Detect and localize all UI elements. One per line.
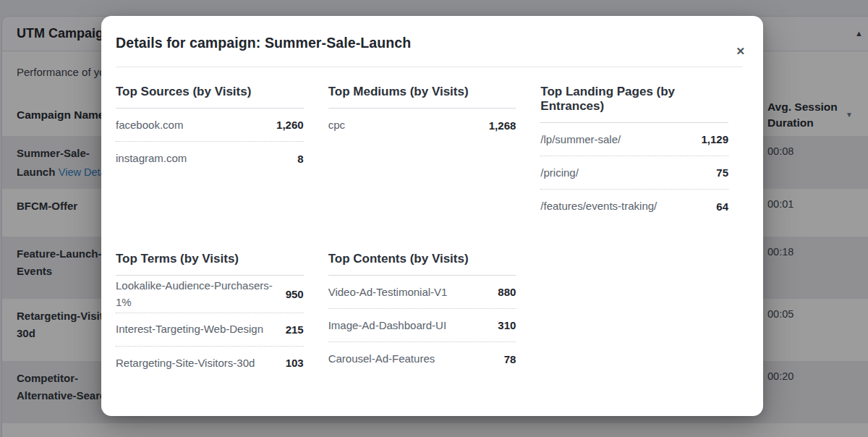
stat-value: 1,268 [489, 119, 516, 132]
stat-row: facebook.com 1,260 [116, 109, 304, 142]
section-title: Top Mediums (by Visits) [328, 77, 516, 109]
stat-row: cpc 1,268 [328, 109, 516, 142]
modal-title: Details for campaign: Summer-Sale-Launch [116, 35, 720, 51]
stat-value: 950 [286, 288, 304, 300]
stat-label: cpc [328, 116, 352, 133]
stat-row: Image-Ad-Dashboard-UI 310 [328, 309, 516, 342]
section-title: Top Landing Pages (by Entrances) [540, 77, 728, 123]
section-top-contents: Top Contents (by Visits) Video-Ad-Testim… [328, 245, 516, 380]
campaign-details-modal: Details for campaign: Summer-Sale-Launch… [101, 16, 763, 416]
stat-row: Carousel-Ad-Features 78 [328, 342, 516, 376]
section-top-sources: Top Sources (by Visits) facebook.com 1,2… [116, 77, 304, 223]
stat-value: 1,260 [276, 119, 304, 131]
stat-label: Retargeting-Site-Visitors-30d [116, 355, 262, 371]
stat-label: /pricing/ [540, 164, 586, 181]
stat-label: Image-Ad-Dashboard-UI [328, 317, 454, 334]
stat-label: Carousel-Ad-Features [328, 350, 443, 367]
section-top-mediums: Top Mediums (by Visits) cpc 1,268 [328, 77, 516, 223]
stat-label: /lp/summer-sale/ [540, 131, 628, 148]
stat-value: 215 [286, 323, 304, 336]
stat-label: Interest-Targeting-Web-Design [116, 321, 271, 337]
stat-row: Retargeting-Site-Visitors-30d 103 [116, 347, 304, 380]
stat-value: 64 [716, 200, 728, 213]
stat-value: 78 [504, 353, 516, 365]
stat-value: 75 [716, 166, 728, 179]
modal-body: Top Sources (by Visits) facebook.com 1,2… [101, 67, 763, 380]
stat-value: 310 [498, 319, 516, 331]
stat-row: instagram.com 8 [116, 142, 304, 175]
stat-row: /pricing/ 75 [540, 156, 728, 190]
section-top-landing-pages: Top Landing Pages (by Entrances) /lp/sum… [540, 77, 728, 223]
section-title: Top Terms (by Visits) [116, 245, 304, 276]
section-title: Top Contents (by Visits) [328, 245, 516, 276]
stat-row: /lp/summer-sale/ 1,129 [540, 123, 728, 156]
stat-label: /features/events-traking/ [540, 198, 664, 214]
section-top-terms: Top Terms (by Visits) Lookalike-Audience… [116, 245, 304, 380]
section-title: Top Sources (by Visits) [116, 77, 304, 109]
stat-row: Video-Ad-Testimonial-V1 880 [328, 276, 516, 309]
close-icon[interactable]: ✕ [733, 43, 747, 59]
stat-label: facebook.com [116, 116, 190, 133]
stat-value: 880 [498, 286, 516, 298]
stat-label: Video-Ad-Testimonial-V1 [328, 284, 455, 300]
stat-value: 103 [286, 357, 304, 369]
stat-label: Lookalike-Audience-Purchasers-1% [116, 277, 286, 311]
stat-value: 1,129 [701, 133, 728, 145]
stat-row: Lookalike-Audience-Purchasers-1% 950 [116, 276, 304, 313]
stat-row: Interest-Targeting-Web-Design 215 [116, 313, 304, 347]
stat-label: instagram.com [116, 150, 194, 166]
stat-row: /features/events-traking/ 64 [540, 190, 728, 223]
stat-value: 8 [297, 153, 303, 165]
